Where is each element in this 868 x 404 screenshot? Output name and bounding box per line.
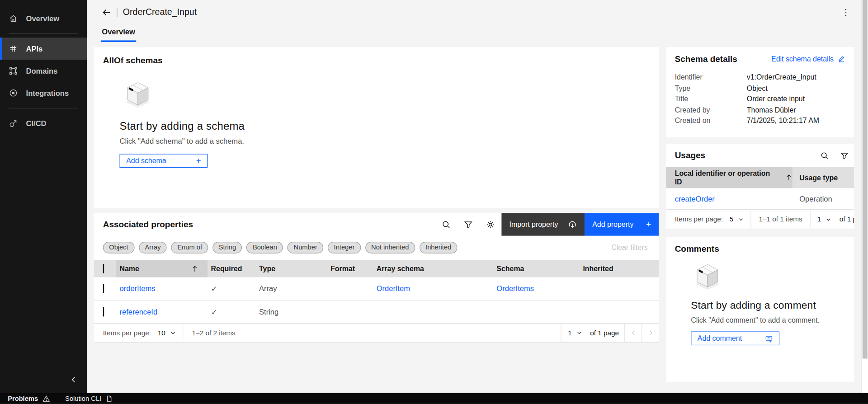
filter-tag[interactable]: Not inherited [365,242,415,254]
warning-icon [42,395,50,402]
plus-icon: + [196,157,201,165]
hash-icon [9,44,18,53]
page-count-text: of 1 page [838,215,854,223]
column-header-required: Required [208,264,256,272]
column-header-local-identifier[interactable]: Local identifier or operation ID [666,167,793,188]
sidebar-item-label: Domains [26,67,58,75]
property-name-link[interactable]: orderItems [119,284,155,292]
filter-tag[interactable]: Boolean [246,242,283,254]
items-per-page-label: Items per page: [666,215,723,223]
circle-dot-icon [9,89,18,98]
import-icon [568,220,577,229]
settings-button[interactable] [479,213,501,235]
add-property-button[interactable]: Add property + [585,213,659,235]
gear-icon [486,220,495,229]
usage-row: createOrder Operation [666,188,854,210]
sidebar-item-cicd[interactable]: CI/CD [0,113,87,135]
table-row: referenceId ✓ String [94,301,659,324]
filter-button[interactable] [457,213,479,235]
field-identifier: Identifier v1:OrderCreate_Input [675,72,845,83]
schema-link[interactable]: OrderItems [496,284,534,292]
chevron-down-icon [738,216,744,222]
sidebar-item-domains[interactable]: Domains [0,60,87,82]
items-per-page-label: Items per page: [94,329,151,337]
empty-box-illustration [693,262,854,291]
tab-overview[interactable]: Overview [101,24,136,42]
column-header-name[interactable]: Name [116,260,208,277]
usages-table-header: Local identifier or operation ID Usage t… [666,167,854,188]
row-checkbox[interactable] [103,284,104,293]
filter-tag[interactable]: String [212,242,242,254]
kebab-icon: ⋮ [842,7,850,17]
comments-title: Comments [666,237,854,254]
field-created-on: Created on 7/1/2025, 10:21:17 AM [675,115,845,126]
comments-card: Comments Start by adding a comment Click… [666,237,854,382]
arrow-left-icon [102,8,111,17]
bounding-box-icon [9,66,18,75]
next-page-button[interactable] [642,324,659,342]
status-bar: Problems Solution CLI [0,393,868,404]
row-checkbox[interactable] [103,307,104,317]
allof-empty-hint: Click "Add schema" to add a schema. [119,137,659,146]
column-header-usage-type: Usage type [793,167,854,188]
filter-tag[interactable]: Inherited [420,242,458,254]
sidebar-item-label: Overview [26,14,60,22]
sidebar-divider [9,33,78,33]
items-per-page-select[interactable]: 5 [723,210,750,229]
scrollbar-thumb[interactable] [863,0,868,358]
chat-icon [765,334,773,342]
import-property-button[interactable]: Import property [501,213,585,235]
property-name-link[interactable]: referenceId [119,308,157,316]
filter-tag[interactable]: Enum of [171,242,208,254]
page-count-text: of 1 page [589,329,625,337]
chevron-down-icon [576,330,582,336]
overflow-menu-button[interactable]: ⋮ [838,5,854,20]
search-icon [442,220,451,229]
add-schema-button[interactable]: Add schema + [119,154,208,168]
allof-empty-state: Start by adding a schema Click "Add sche… [94,80,659,168]
status-solution-cli[interactable]: Solution CLI [57,393,120,404]
array-schema-link[interactable]: OrderItem [377,284,410,292]
app-root: Overview APIs [0,0,868,404]
search-button[interactable] [435,213,457,235]
header-divider [117,8,117,17]
previous-page-button[interactable] [624,324,642,342]
properties-toolbar: Associated properties [94,213,659,235]
comments-empty-state: Start by adding a comment Click "Add com… [666,262,854,345]
back-button[interactable] [99,5,113,19]
sidebar-collapse-button[interactable] [62,371,85,388]
properties-pagination: Items per page: 10 1–2 of 2 items 1 of 1… [94,324,659,343]
comments-empty-title: Start by adding a comment [691,299,854,311]
chevron-left-icon [70,376,77,383]
usages-filter-button[interactable] [834,146,854,165]
field-created-by: Created by Thomas Dübler [675,104,845,115]
usage-id-link[interactable]: createOrder [675,194,715,202]
column-header-format: Format [327,264,373,272]
select-all-checkbox[interactable] [103,264,104,273]
filter-tag[interactable]: Array [139,242,167,254]
deploy-icon [9,119,18,128]
sidebar-item-integrations[interactable]: Integrations [0,82,87,104]
schema-details-title: Schema details [675,54,737,64]
edit-schema-details-link[interactable]: Edit schema details [771,55,845,63]
filter-tag[interactable]: Number [288,242,323,254]
items-per-page-select[interactable]: 10 [151,324,183,342]
filter-icon [464,220,473,229]
tab-bar: Overview [101,24,136,42]
allof-schemas-title: AllOf schemas [94,47,659,65]
items-range-text: 1–2 of 2 items [183,329,244,337]
status-problems[interactable]: Problems [0,393,57,404]
sidebar-item-apis[interactable]: APIs [0,38,87,60]
add-comment-button[interactable]: Add comment [691,331,779,345]
allof-schemas-card: AllOf schemas Start by adding a schema C… [94,47,659,208]
required-check-icon: ✓ [211,307,217,316]
usages-search-button[interactable] [814,146,834,165]
page-number-select[interactable]: 1 [561,324,589,342]
document-icon [106,395,113,402]
filter-tag[interactable]: Object [103,242,134,254]
caret-left-icon [630,329,637,337]
filter-tag[interactable]: Integer [328,242,361,254]
clear-filters-button[interactable]: Clear filters [611,244,650,252]
page-number-select[interactable]: 1 [811,210,838,229]
sidebar-item-overview[interactable]: Overview [0,7,87,29]
